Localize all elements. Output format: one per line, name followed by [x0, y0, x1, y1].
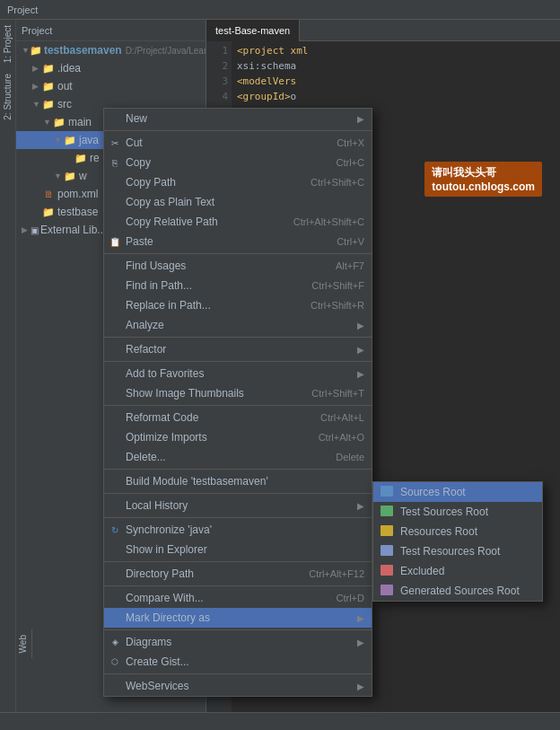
menu-item-refactor[interactable]: Refactor ▶ — [104, 339, 372, 359]
menu-item-favorites[interactable]: Add to Favorites ▶ — [104, 364, 372, 383]
menu-item-gist[interactable]: ⬡ Create Gist... — [104, 652, 372, 672]
tab-structure[interactable]: 2: Structure — [1, 68, 14, 126]
arrow-analyze: ▶ — [357, 321, 364, 330]
tree-root-path: D:/Project/Java/Learn/testbasemaven — [126, 46, 206, 56]
tree-item-out[interactable]: ▶ 📁 out — [16, 77, 206, 95]
menu-item-sync[interactable]: ↻ Synchronize 'java' — [104, 520, 372, 540]
editor-tab-active[interactable]: test-Base-maven — [206, 20, 300, 41]
icon-idea: 📁 — [41, 63, 56, 75]
submenu-item-excluded[interactable]: Excluded — [373, 561, 542, 581]
menu-label-find-usages: Find Usages — [126, 259, 186, 272]
sep3 — [104, 337, 372, 338]
sep4 — [104, 361, 372, 362]
menu-item-compare[interactable]: Compare With... Ctrl+D — [104, 588, 372, 608]
sep9 — [104, 561, 372, 562]
menu-item-copy[interactable]: ⎘ Copy Ctrl+C — [104, 153, 372, 172]
menu-item-find-usages[interactable]: Find Usages Alt+F7 — [104, 256, 372, 276]
shortcut-copy: Ctrl+C — [337, 157, 364, 168]
menu-item-cut[interactable]: ✂ Cut Ctrl+X — [104, 133, 372, 153]
tree-item-idea[interactable]: ▶ 📁 .idea — [16, 59, 206, 77]
menu-label-gist: Create Gist... — [126, 655, 189, 668]
sources-icon — [381, 486, 395, 498]
menu-item-build[interactable]: Build Module 'testbasemaven' — [104, 471, 372, 491]
shortcut-find-path: Ctrl+Shift+F — [311, 280, 364, 291]
arrow-history: ▶ — [357, 501, 364, 511]
menu-item-new[interactable]: New ▶ — [104, 109, 372, 128]
menu-item-dirpath[interactable]: Directory Path Ctrl+Alt+F12 — [104, 564, 372, 584]
arrow-extlib: ▶ — [22, 225, 31, 234]
submenu-item-test-resources[interactable]: Test Resources Root — [373, 541, 542, 561]
menu-item-copy-relative[interactable]: Copy Relative Path Ctrl+Alt+Shift+C — [104, 212, 372, 232]
label-out: out — [57, 80, 73, 92]
menu-item-replace-path[interactable]: Replace in Path... Ctrl+Shift+R — [104, 295, 372, 315]
menu-label-history: Local History — [126, 499, 188, 512]
menu-label-analyze: Analyze — [126, 319, 164, 331]
menu-item-find-path[interactable]: Find in Path... Ctrl+Shift+F — [104, 276, 372, 295]
shortcut-replace-path: Ctrl+Shift+R — [311, 300, 364, 311]
arrow-diagrams: ▶ — [357, 638, 364, 647]
shortcut-delete: Delete — [336, 452, 364, 462]
icon-extlib: ▣ — [31, 225, 39, 235]
tab-project[interactable]: 1: Project — [1, 20, 14, 68]
menu-label-reformat: Reformat Code — [126, 411, 198, 424]
menu-item-delete[interactable]: Delete... Delete — [104, 447, 372, 467]
diagram-icon: ◈ — [108, 638, 122, 646]
menu-item-analyze[interactable]: Analyze ▶ — [104, 315, 372, 335]
menu-item-copy-path[interactable]: Copy Path Ctrl+Shift+C — [104, 172, 372, 192]
menu-item-thumbnails[interactable]: Show Image Thumbnails Ctrl+Shift+T — [104, 383, 372, 403]
arrow-new: ▶ — [357, 114, 364, 124]
status-bar — [0, 712, 560, 730]
menu-item-explorer[interactable]: Show in Explorer — [104, 540, 372, 559]
icon-pom: 🗎 — [41, 189, 56, 199]
label-w: w — [79, 170, 87, 182]
shortcut-compare: Ctrl+D — [337, 593, 364, 603]
shortcut-copy-relative: Ctrl+Alt+Shift+C — [293, 216, 364, 227]
generated-icon — [381, 585, 395, 597]
submenu-item-sources[interactable]: Sources Root — [373, 482, 542, 502]
submenu-label-excluded: Excluded — [400, 565, 444, 577]
menu-label-sync: Synchronize 'java' — [126, 523, 212, 536]
tree-root[interactable]: ▼ 📁 testbasemaven D:/Project/Java/Learn/… — [16, 41, 206, 59]
menu-label-copy-path: Copy Path — [126, 176, 176, 189]
github-icon: ⬡ — [108, 657, 122, 666]
top-bar-title: Project — [7, 4, 38, 15]
icon-src: 📁 — [41, 99, 56, 110]
menu-item-paste[interactable]: 📋 Paste Ctrl+V — [104, 232, 372, 251]
menu-item-diagrams[interactable]: ◈ Diagrams ▶ — [104, 632, 372, 652]
tab-web[interactable]: Web — [16, 629, 30, 658]
resources-icon — [381, 525, 395, 538]
submenu-item-generated[interactable]: Generated Sources Root — [373, 581, 542, 601]
menu-item-history[interactable]: Local History ▶ — [104, 496, 372, 515]
menu-label-copy: Copy — [126, 156, 151, 169]
icon-java: 📁 — [63, 135, 77, 146]
menu-item-copy-plain[interactable]: Copy as Plain Text — [104, 192, 372, 212]
submenu-item-resources[interactable]: Resources Root — [373, 522, 542, 541]
sync-icon: ↻ — [108, 525, 122, 535]
sep6 — [104, 469, 372, 470]
sep1 — [104, 130, 372, 131]
sep7 — [104, 493, 372, 494]
left-tabs: 1: Project 2: Structure — [0, 20, 16, 712]
arrow-idea: ▶ — [32, 64, 41, 73]
shortcut-copy-path: Ctrl+Shift+C — [311, 177, 364, 188]
icon-re: 📁 — [74, 153, 88, 164]
menu-item-optimize[interactable]: Optimize Imports Ctrl+Alt+O — [104, 427, 372, 447]
arrow-out: ▶ — [32, 82, 41, 91]
menu-item-mark-dir[interactable]: Mark Directory as ▶ — [104, 608, 372, 628]
top-bar: Project — [0, 0, 560, 20]
submenu-label-test-sources: Test Sources Root — [400, 506, 488, 518]
arrow-mark-dir: ▶ — [357, 613, 364, 623]
menu-label-build: Build Module 'testbasemaven' — [126, 475, 268, 488]
menu-label-new: New — [126, 112, 147, 125]
menu-item-reformat[interactable]: Reformat Code Ctrl+Alt+L — [104, 408, 372, 427]
arrow-refactor: ▶ — [357, 345, 364, 355]
shortcut-reformat: Ctrl+Alt+L — [320, 412, 364, 423]
submenu-label-sources: Sources Root — [400, 486, 466, 498]
menu-label-refactor: Refactor — [126, 343, 166, 356]
copy-icon: ⎘ — [108, 158, 122, 168]
shortcut-dirpath: Ctrl+Alt+F12 — [309, 568, 364, 579]
submenu-item-test-sources[interactable]: Test Sources Root — [373, 502, 542, 522]
menu-item-webservices[interactable]: WebServices ▶ — [104, 676, 372, 696]
label-re: re — [90, 152, 100, 164]
menu-label-delete: Delete... — [126, 451, 166, 463]
